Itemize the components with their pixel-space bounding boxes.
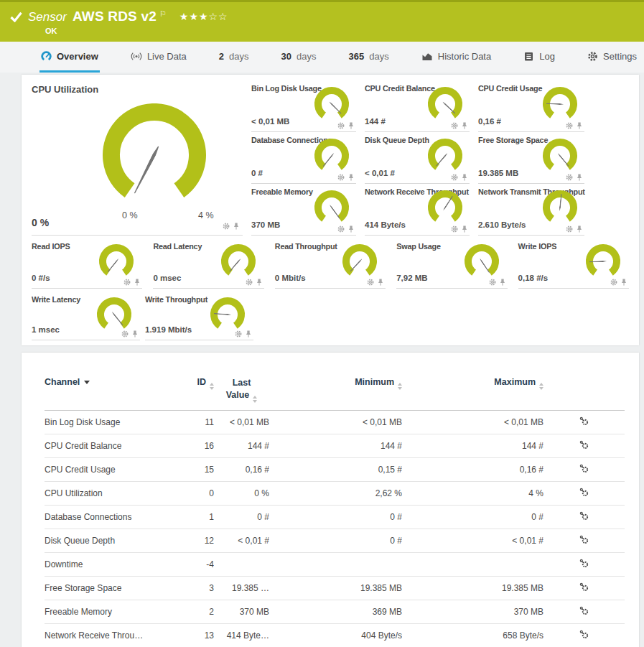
- column-header-channel[interactable]: Channel: [45, 370, 167, 410]
- pin-icon[interactable]: [347, 225, 355, 233]
- pin-icon[interactable]: [256, 279, 263, 286]
- pin-icon[interactable]: [461, 174, 468, 181]
- tab-365-days[interactable]: 365days: [347, 42, 391, 73]
- pin-icon[interactable]: [499, 279, 506, 286]
- gauge-cell-write-latency[interactable]: Write Latency 1 msec: [32, 292, 140, 340]
- gear-icon[interactable]: [451, 174, 458, 181]
- channel-link[interactable]: Disk Queue Depth: [45, 529, 167, 552]
- gauge-cell-swap-usage[interactable]: Swap Usage 7,92 MB: [396, 238, 507, 289]
- gear-icon[interactable]: [123, 279, 131, 286]
- gear-icon[interactable]: [367, 279, 374, 286]
- gauge-cell-database-connections[interactable]: Database Connections 0 #: [251, 132, 356, 184]
- sensor-status-badge: OK: [45, 27, 228, 35]
- pin-icon[interactable]: [620, 279, 627, 286]
- edit-channel-icon[interactable]: [579, 511, 589, 521]
- pin-icon[interactable]: [576, 174, 583, 181]
- edit-channel-icon[interactable]: [579, 464, 589, 473]
- gauge-cell-freeable-memory[interactable]: Freeable Memory 370 MB: [251, 184, 356, 236]
- gear-icon[interactable]: [610, 279, 617, 286]
- channel-link[interactable]: CPU Credit Usage: [45, 457, 167, 481]
- gear-icon[interactable]: [337, 225, 345, 233]
- settings-gear-icon: [587, 51, 598, 62]
- gauge-cell-network-receive-throughput[interactable]: Network Receive Throughput 414 Byte/s: [365, 184, 470, 236]
- pin-icon[interactable]: [377, 279, 384, 286]
- column-header-id[interactable]: ID: [167, 370, 214, 410]
- tab-overview[interactable]: Overview: [39, 42, 100, 73]
- edit-channel-icon[interactable]: [579, 488, 589, 497]
- priority-stars[interactable]: ★★★☆☆: [179, 11, 228, 22]
- gear-icon[interactable]: [451, 225, 458, 233]
- gear-icon[interactable]: [566, 225, 573, 233]
- pin-icon[interactable]: [347, 122, 355, 129]
- tab-2-days[interactable]: 2days: [218, 42, 251, 73]
- tab-30-days[interactable]: 30days: [280, 42, 318, 73]
- edit-channel-icon[interactable]: [579, 416, 589, 426]
- gauge-cell-write-iops[interactable]: Write IOPS 0,18 #/s: [518, 238, 629, 289]
- channel-link[interactable]: Database Connections: [45, 505, 167, 529]
- gauges-panel: CPU Utilization 0 % 4 % 0 % Bin Log Disk…: [22, 75, 639, 345]
- pin-icon[interactable]: [233, 223, 240, 230]
- edit-channel-icon[interactable]: [579, 559, 589, 568]
- edit-channel-icon[interactable]: [579, 630, 589, 639]
- gauge-cell-free-storage-space[interactable]: Free Storage Space 19.385 MB: [478, 132, 584, 184]
- pin-icon[interactable]: [347, 174, 355, 181]
- table-row: Free Storage Space 3 19.385 … 19.385 MB …: [45, 576, 625, 600]
- channel-link[interactable]: CPU Credit Balance: [45, 434, 167, 457]
- gear-icon[interactable]: [235, 330, 242, 338]
- column-header-last-value[interactable]: LastValue: [214, 370, 269, 410]
- gear-icon[interactable]: [337, 122, 345, 129]
- gauge-cell-write-throughput[interactable]: Write Throughput 1.919 Mbit/s: [145, 292, 253, 340]
- gauge-cell-cpu-credit-balance[interactable]: CPU Credit Balance 144 #: [365, 80, 470, 132]
- gauge-value: 1.919 Mbit/s: [145, 325, 192, 334]
- gear-icon[interactable]: [566, 174, 573, 181]
- sort-icon: [210, 383, 214, 390]
- edit-channel-icon[interactable]: [579, 582, 589, 592]
- gauge-dial: [94, 296, 134, 333]
- edit-channel-icon[interactable]: [579, 606, 589, 615]
- channel-link[interactable]: Freeable Memory: [45, 600, 167, 623]
- channel-id: 16: [167, 434, 214, 457]
- gear-icon[interactable]: [489, 279, 496, 286]
- pin-icon[interactable]: [134, 279, 141, 286]
- gauge-scale-min: 0 %: [122, 210, 138, 220]
- gauge-cell-read-iops[interactable]: Read IOPS 0 #/s: [32, 238, 142, 289]
- gauge-cell-disk-queue-depth[interactable]: Disk Queue Depth < 0,01 #: [365, 132, 470, 184]
- tab-log[interactable]: Log: [522, 42, 556, 73]
- pin-icon[interactable]: [461, 225, 468, 233]
- pin-icon[interactable]: [461, 122, 468, 129]
- gauge-cell-bin-log-disk-usage[interactable]: Bin Log Disk Usage < 0,01 MB: [251, 80, 356, 132]
- tab-historic-data[interactable]: Historic Data: [420, 42, 493, 73]
- column-header-minimum[interactable]: Minimum: [269, 370, 402, 410]
- gauge-cell-network-transmit-throughput[interactable]: Network Transmit Throughput 2.610 Byte/s: [478, 184, 584, 236]
- channel-last-value: 144 #: [214, 434, 269, 457]
- pin-icon[interactable]: [576, 225, 583, 233]
- pin-icon[interactable]: [576, 122, 583, 129]
- channel-link[interactable]: Network Receive Throu…: [45, 623, 167, 647]
- gauge-cell-read-throughput[interactable]: Read Throughput 0 Mbit/s: [275, 238, 386, 289]
- edit-channel-icon[interactable]: [579, 535, 589, 544]
- gauge-cell-cpu-utilization[interactable]: CPU Utilization 0 % 4 % 0 %: [32, 80, 243, 236]
- gauge-title: CPU Utilization: [32, 80, 243, 95]
- pin-icon[interactable]: [131, 330, 139, 338]
- gear-icon[interactable]: [246, 279, 253, 286]
- edit-channel-icon[interactable]: [579, 440, 589, 450]
- gauge-cell-cpu-credit-usage[interactable]: CPU Credit Usage 0,16 #: [478, 80, 584, 132]
- tab-settings[interactable]: Settings: [586, 42, 638, 73]
- priority-flag-icon[interactable]: ⚐: [159, 9, 167, 19]
- channel-maximum: 144 #: [402, 434, 543, 457]
- channel-link[interactable]: Bin Log Disk Usage: [45, 410, 167, 434]
- channel-link[interactable]: CPU Utilization: [45, 481, 167, 505]
- pin-icon[interactable]: [245, 330, 252, 338]
- channel-link[interactable]: Free Storage Space: [45, 576, 167, 600]
- gauge-cell-read-latency[interactable]: Read Latency 0 msec: [153, 238, 263, 289]
- gear-icon[interactable]: [566, 122, 573, 129]
- gear-icon[interactable]: [121, 330, 129, 338]
- tab-live-data[interactable]: Live Data: [129, 42, 188, 73]
- gauge-value: 370 MB: [251, 220, 280, 229]
- channel-link[interactable]: Downtime: [45, 552, 167, 576]
- column-header-maximum[interactable]: Maximum: [402, 370, 543, 410]
- gear-icon[interactable]: [223, 223, 230, 230]
- gear-icon[interactable]: [337, 174, 345, 181]
- gear-icon[interactable]: [451, 122, 458, 129]
- channel-maximum: [402, 552, 543, 576]
